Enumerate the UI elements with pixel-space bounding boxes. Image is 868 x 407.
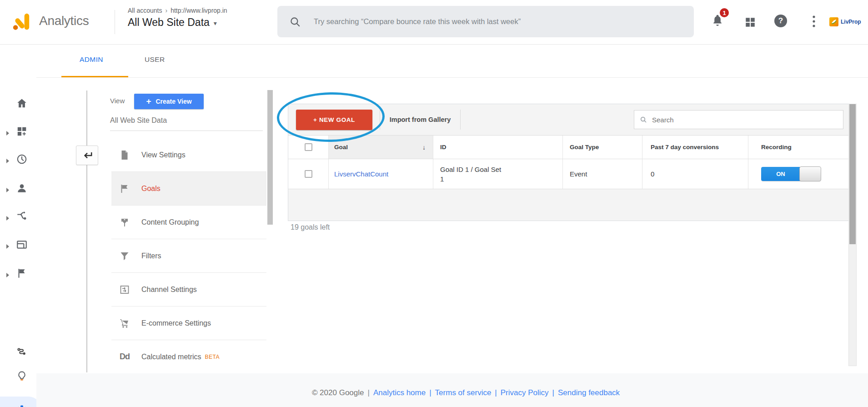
footer-link-terms[interactable]: Terms of service — [435, 388, 492, 397]
back-button[interactable] — [76, 146, 98, 165]
customization-icon[interactable] — [16, 126, 28, 137]
select-all-checkbox[interactable] — [305, 143, 312, 151]
menu-item-goals[interactable]: Goals — [111, 172, 266, 206]
expand-customization-icon[interactable] — [6, 129, 10, 137]
global-search-bar[interactable] — [277, 6, 694, 37]
column-header-recording[interactable]: Recording — [748, 136, 849, 159]
flag-icon — [118, 183, 131, 194]
kebab-menu-icon[interactable] — [812, 15, 816, 30]
expand-behavior-icon[interactable] — [6, 242, 10, 251]
tab-user[interactable]: USER — [145, 55, 165, 64]
header-divider — [115, 10, 115, 34]
goals-search-box[interactable] — [634, 110, 843, 129]
notification-badge: 1 — [719, 7, 730, 18]
discover-lightbulb-icon[interactable] — [16, 370, 28, 382]
realtime-clock-icon[interactable] — [16, 153, 28, 165]
column-label: Goal — [334, 144, 348, 151]
row-checkbox[interactable] — [305, 170, 312, 178]
acquisition-icon[interactable] — [16, 211, 28, 222]
new-goal-button[interactable]: + NEW GOAL — [296, 110, 372, 130]
breadcrumb-separator-icon: › — [162, 7, 171, 14]
tabbar-border — [36, 77, 868, 78]
column-header-goal[interactable]: Goal ↓ — [329, 136, 433, 159]
column-header-goal-type[interactable]: Goal Type — [563, 136, 642, 159]
menu-item-ecommerce-settings[interactable]: E-commerce Settings — [111, 307, 266, 340]
home-icon[interactable] — [16, 97, 28, 109]
property-selector[interactable]: All Web Site Data▾ — [128, 16, 217, 29]
menu-item-calculated-metrics[interactable]: Dd Calculated metrics BETA — [111, 340, 266, 374]
goals-left-text: 19 goals left — [291, 223, 330, 231]
funnel-icon — [118, 251, 131, 261]
create-view-button[interactable]: + Create View — [134, 94, 204, 109]
table-footer-strip — [288, 189, 849, 221]
breadcrumb-account: All accounts — [128, 7, 162, 14]
create-view-label: Create View — [156, 98, 191, 105]
chevron-down-icon: ▾ — [214, 20, 217, 27]
footer-separator: | — [426, 388, 435, 397]
help-icon[interactable]: ? — [774, 15, 787, 27]
menu-item-label: Calculated metrics — [141, 353, 201, 361]
menu-item-channel-settings[interactable]: Channel Settings — [111, 273, 266, 307]
expand-audience-icon[interactable] — [6, 186, 10, 194]
page: Analytics All accounts›http://www.livpro… — [0, 0, 868, 407]
back-arrow-icon — [81, 150, 93, 161]
import-from-gallery-button[interactable]: Import from Gallery — [380, 104, 460, 135]
livprop-logo-icon — [829, 17, 838, 26]
expand-acquisition-icon[interactable] — [6, 214, 10, 222]
view-settings-menu: View Settings Goals Content Grouping Fil… — [111, 138, 266, 374]
breadcrumb: All accounts›http://www.livprop.in — [128, 7, 227, 14]
expand-conversions-icon[interactable] — [6, 271, 10, 279]
menu-item-content-grouping[interactable]: Content Grouping — [111, 206, 266, 239]
audience-person-icon[interactable] — [16, 182, 28, 194]
menu-item-label: View Settings — [141, 151, 186, 159]
goals-toolbar: + NEW GOAL Import from Gallery — [288, 104, 849, 136]
main-scrollbar-thumb[interactable] — [849, 104, 856, 244]
menu-item-label: Channel Settings — [141, 286, 197, 294]
footer-link-feedback[interactable]: Sending feedback — [558, 388, 620, 397]
app-header: Analytics All accounts›http://www.livpro… — [0, 0, 868, 45]
account-avatar[interactable]: LivProp — [829, 17, 861, 26]
menu-item-label: Filters — [141, 252, 161, 260]
tab-admin[interactable]: ADMIN — [80, 55, 103, 64]
global-search-input[interactable] — [313, 17, 678, 26]
admin-gear-icon[interactable] — [16, 404, 28, 407]
menu-item-view-settings[interactable]: View Settings — [111, 138, 266, 172]
menu-item-label: Goals — [141, 185, 161, 193]
recording-toggle[interactable]: ON — [761, 167, 821, 181]
goal-type-cell: Event — [563, 159, 642, 189]
goal-name-link[interactable]: LivservChatCount — [334, 170, 388, 178]
conversions-flag-icon[interactable] — [16, 267, 28, 279]
split-arrows-icon — [118, 217, 131, 228]
account-name: LivProp — [841, 19, 861, 25]
goal-id-cell: Goal ID 1 / Goal Set 1 — [440, 165, 502, 184]
cart-icon — [118, 318, 131, 329]
plus-icon: + — [146, 96, 151, 106]
menu-item-label: E-commerce Settings — [141, 319, 211, 327]
column-header-conversions[interactable]: Past 7 day conversions — [642, 136, 748, 159]
beta-badge: BETA — [205, 354, 220, 360]
footer-link-privacy[interactable]: Privacy Policy — [501, 388, 549, 397]
breadcrumb-property: http://www.livprop.in — [171, 7, 227, 14]
footer-separator: | — [491, 388, 500, 397]
hierarchy-line — [86, 90, 87, 372]
search-icon — [289, 16, 301, 28]
footer: © 2020 Google|Analytics home|Terms of se… — [64, 388, 868, 397]
view-name: All Web Site Data — [110, 116, 167, 125]
brand-title: Analytics — [39, 14, 89, 28]
google-apps-grid-icon[interactable] — [744, 16, 756, 30]
sort-descending-icon: ↓ — [422, 144, 426, 151]
goals-search-input[interactable] — [651, 116, 826, 124]
menu-item-filters[interactable]: Filters — [111, 239, 266, 273]
table-row: LivservChatCount Goal ID 1 / Goal Set 1 … — [288, 159, 849, 189]
footer-link-analytics-home[interactable]: Analytics home — [373, 388, 426, 397]
channel-settings-icon — [118, 284, 131, 295]
expand-realtime-icon[interactable] — [6, 157, 10, 165]
copyright-text: © 2020 Google — [312, 388, 364, 397]
view-panel-scrollbar[interactable] — [267, 90, 273, 225]
toggle-knob[interactable] — [799, 166, 821, 181]
attribution-icon[interactable] — [16, 346, 28, 358]
search-icon — [640, 116, 647, 123]
behavior-icon[interactable] — [16, 239, 28, 251]
column-header-id[interactable]: ID — [433, 136, 563, 159]
view-section-label: View — [110, 97, 125, 105]
